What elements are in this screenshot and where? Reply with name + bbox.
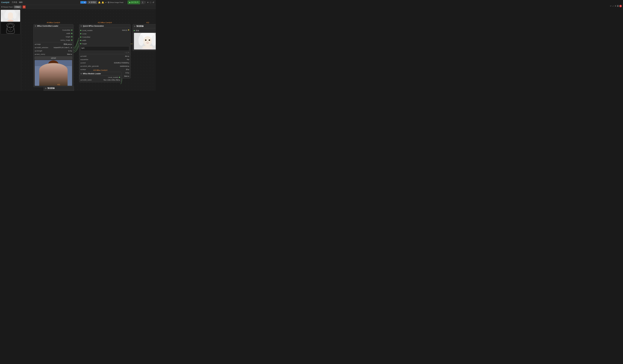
ctrl-model: ◀ model dev ▶ [79,55,131,58]
node-id-9: #9 Mflux ComfyUI [47,22,60,23]
node-title-preview11: 预览图像 [47,87,55,90]
svg-rect-12 [35,60,72,86]
node-status-dot-preview12 [134,26,135,27]
prompt-actions: ○ ◻ ✎ [79,51,131,54]
port-label-controlnet: ControlNet [34,29,71,31]
node-status-dot [35,25,36,27]
port-dot-height-in [80,43,81,44]
ctrl-arrow-left-modelname[interactable]: ◀ [80,79,82,81]
node-header-preview12: 预览图像 [133,24,156,28]
ctrl-arrow-right-meta[interactable]: ▶ [128,75,130,77]
svg-point-4 [13,12,17,19]
ctrl-arrow-right-quantize[interactable]: ▶ [128,59,130,60]
node-header-mflux: Quick MFlux Generation [79,24,131,28]
svg-point-31 [147,41,148,42]
svg-rect-15 [51,70,56,74]
ctrl-arrow-right-model2[interactable]: ▶ [128,55,130,57]
show-image-feed[interactable]: 🖼 Show Image Feed [108,1,123,3]
maximize-icon[interactable]: □ [150,1,152,4]
svg-point-26 [138,35,144,46]
prompt-text[interactable]: 1girl, [80,46,129,51]
ctrl-arrow-left-model[interactable]: ◀ [34,47,36,48]
ctrl-arrow-right-control[interactable]: ▶ [128,65,130,67]
refresh-icon[interactable]: ↺ [152,1,155,4]
close-icon[interactable]: ✕ [147,1,149,4]
close-x-button[interactable]: ✕ [22,5,26,8]
port-dot-controlnet [71,29,72,31]
menu-workflow[interactable]: 工作流 [12,1,17,4]
svg-point-19 [56,64,61,73]
topbar-right: 🌐 A ⚙ 管理器 🔔 🔔 ↩ 🖼 Show Image Feed ⋮ ▶ 执行… [80,0,155,4]
canvas-area[interactable]: #9 Mflux ComfyUI Mflux ControlNet Loader… [0,9,156,91]
node-body-models: Local_models ◀ model_name flux.1-dev-mfl… [79,76,121,82]
port-loras: Loras [79,32,93,35]
node-id-12: #12 [146,22,149,23]
svg-point-18 [46,64,51,73]
upload-button[interactable]: upload [35,57,72,60]
left-panel [0,9,21,91]
node-header-preview11: 预览图像 [44,86,74,90]
ctrl-arrow-left-seed[interactable]: ◀ [80,62,82,64]
topbar: ComfyUI 工作流 编辑 🌐 A ⚙ 管理器 🔔 🔔 ↩ 🖼 Show Im… [0,0,156,5]
ctrl-arrow-right-modelname[interactable]: ▶ [119,79,121,81]
input-ports: Local_models Loras ControlNet width [79,29,93,45]
ctrl-arrow-left-save[interactable]: ◀ [34,53,36,55]
prompt-action-1[interactable]: ○ [125,52,126,53]
port-canny: canny_image [33,39,73,42]
thumb-white-hair[interactable] [0,10,20,22]
ctrl-arrow-right-save[interactable]: ▶ [71,53,73,55]
svg-point-17 [48,60,59,69]
port-dot-width [71,33,72,34]
bell2-icon[interactable]: 🔔 [102,1,104,4]
execute-count[interactable]: 1 [141,1,144,4]
node-title-mflux: Quick MFlux Generation [83,25,104,27]
ctrl-arrow-left-strength[interactable]: ◀ [34,50,36,52]
clear-button[interactable]: Clear [14,6,22,8]
ctrl-arrow-left-steps[interactable]: ◀ [80,69,82,70]
models-loader-node: #15 Mflux ComfyUI Mflux Models Loader Lo… [79,72,121,82]
forward-icon[interactable]: ↩ [105,1,107,4]
ctrl-quantize: ◀ quantize 4 ▶ [79,58,131,61]
translate-button[interactable]: 🌐 A [80,1,86,4]
node-id-13: #13 Mflux ComfyUI [98,22,112,23]
node-title-models: Mflux Models Loader [83,73,101,75]
port-label-width: width [34,33,71,34]
ctrl-arrow-left-control[interactable]: ◀ [80,65,82,67]
port-width: width [33,32,73,35]
ctrl-arrow-right-steps[interactable]: ▶ [128,69,130,70]
port-controlnet: ControlNet [33,28,73,32]
execute-down[interactable]: ▼ [145,2,146,4]
port-dot-loras [80,33,81,34]
resize-feed-label: ⊞ Resize Feed [1,6,13,8]
menu-edit[interactable]: 编辑 [19,1,22,4]
ctrl-arrow-left-model2[interactable]: ◀ [80,55,82,57]
port-image-in-12: 图像 [133,29,156,32]
thumb-sketch[interactable] [0,22,20,34]
ctrl-arrow-right-image[interactable]: ▶ [71,43,73,45]
execute-up[interactable]: ▲ [145,1,146,2]
node-header-controlnet: Mflux ControlNet Loader [33,24,73,28]
svg-point-2 [7,12,14,19]
separator: ⋮ [124,1,127,4]
node-header-models: Mflux Models Loader [79,72,121,76]
woman-photo [35,60,72,86]
execute-button[interactable]: ▶ 执行队列 [128,0,140,4]
port-dot-localmodels-out [119,77,120,78]
prompt-action-2[interactable]: ◻ [126,52,127,53]
node-id-15: #15 Mflux ComfyUI [93,69,108,71]
port-dot-controlnet-in [80,37,81,38]
manager-button[interactable]: ⚙ 管理器 [88,1,97,4]
node-status-dot-preview11 [45,88,46,89]
connections-svg [0,9,156,91]
bell-icon[interactable]: 🔔 [98,1,101,4]
ctrl-control-after: ◀ control_after_generate randomize ▶ [79,64,131,68]
ctrl-arrow-left-quantize[interactable]: ◀ [80,59,82,60]
ctrl-arrow-right-seed[interactable]: ▶ [128,62,130,64]
ctrl-arrow-left-image[interactable]: ◀ [34,43,36,45]
port-height-in: height [79,42,93,45]
prompt-action-3[interactable]: ✎ [128,52,129,53]
ctrl-arrow-right-cfg[interactable]: ▶ [128,72,130,74]
svg-point-21 [54,67,56,69]
ctrl-arrow-right-model[interactable]: ▶ [71,47,73,48]
ctrl-arrow-right-strength[interactable]: ▶ [71,50,73,52]
